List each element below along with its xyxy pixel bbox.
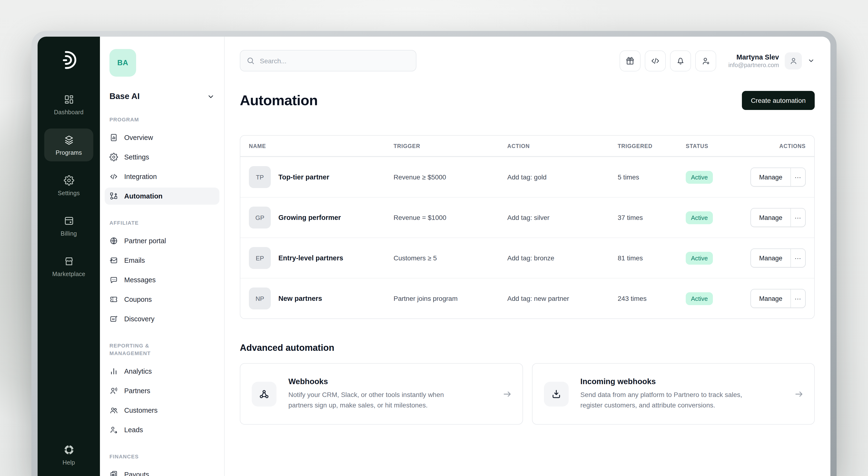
- sidebar-item-emails[interactable]: Emails: [105, 252, 219, 269]
- card-description: Notify your CRM, Slack, or other tools i…: [288, 390, 458, 411]
- manage-button[interactable]: Manage: [751, 289, 790, 307]
- chevron-down-icon: [207, 93, 215, 100]
- triggered-cell: 81 times: [618, 254, 686, 262]
- automation-name: Top-tier partner: [278, 173, 329, 181]
- table-row: NP New partners Partner joins program Ad…: [240, 278, 814, 319]
- manage-button[interactable]: Manage: [751, 208, 790, 227]
- invite-user-button[interactable]: [695, 50, 716, 71]
- automation-icon: [110, 192, 118, 200]
- status-badge: Active: [686, 292, 713, 305]
- svg-text:AI: AI: [112, 318, 115, 321]
- triggered-cell: 37 times: [618, 214, 686, 221]
- advanced-automation-heading: Advanced automation: [240, 343, 815, 353]
- program-avatar[interactable]: BA: [110, 49, 136, 77]
- rail-item-settings[interactable]: Settings: [44, 169, 93, 202]
- notifications-button[interactable]: [670, 50, 691, 71]
- column-header-actions: ACTIONS: [743, 143, 806, 149]
- automation-name: Growing performer: [278, 214, 341, 221]
- search-box: [240, 50, 416, 71]
- rail-item-help[interactable]: Help: [44, 438, 93, 471]
- rail-item-dashboard[interactable]: Dashboard: [44, 88, 93, 121]
- manage-button[interactable]: Manage: [751, 168, 790, 186]
- table-row: EP Entry-level partners Customers ≥ 5 Ad…: [240, 238, 814, 278]
- app-window-frame: Dashboard Programs Settings: [31, 31, 837, 476]
- action-cell: Add tag: bronze: [507, 254, 618, 262]
- nav-section-finances: Payouts: [110, 466, 215, 476]
- more-options-button[interactable]: ...: [790, 249, 805, 267]
- coupon-icon: [110, 295, 118, 304]
- more-options-button[interactable]: ...: [790, 168, 805, 186]
- more-options-button[interactable]: ...: [790, 289, 805, 307]
- rail-item-label: Programs: [56, 149, 82, 156]
- search-input[interactable]: [240, 50, 416, 71]
- overview-icon: [110, 133, 118, 142]
- table-header-row: NAME TRIGGER ACTION TRIGGERED STATUS ACT…: [240, 136, 814, 157]
- webhooks-card[interactable]: Webhooks Notify your CRM, Slack, or othe…: [240, 363, 523, 425]
- trigger-cell: Customers ≥ 5: [394, 254, 507, 262]
- incoming-webhooks-card[interactable]: Incoming webhooks Send data from any pla…: [532, 363, 815, 425]
- sidebar-item-partner-portal[interactable]: Partner portal: [105, 232, 219, 249]
- chevron-down-icon: [808, 57, 815, 64]
- create-automation-button[interactable]: Create automation: [742, 91, 815, 110]
- sidebar-item-payouts[interactable]: Payouts: [105, 466, 219, 476]
- triggered-cell: 243 times: [618, 295, 686, 302]
- sidebar-item-automation[interactable]: Automation: [105, 187, 219, 205]
- sidebar-item-partners[interactable]: Partners: [105, 382, 219, 399]
- sidebar-item-settings[interactable]: Settings: [105, 149, 219, 166]
- table-row: GP Growing performer Revenue = $1000 Add…: [240, 197, 814, 238]
- sidebar-item-leads[interactable]: Leads: [105, 421, 219, 438]
- card-title: Incoming webhooks: [580, 377, 750, 386]
- rail-item-label: Marketplace: [52, 271, 86, 277]
- rail-item-billing[interactable]: Billing: [44, 209, 93, 242]
- sidebar-item-messages[interactable]: Messages: [105, 271, 219, 289]
- sidebar-item-integration[interactable]: Integration: [105, 168, 219, 185]
- rail-item-programs[interactable]: Programs: [44, 128, 93, 161]
- user-email: info@partnero.com: [728, 62, 779, 68]
- row-actions: Manage ...: [750, 289, 806, 308]
- section-heading-finances: FINANCES: [110, 453, 181, 461]
- analytics-icon: [110, 367, 118, 376]
- sidebar-item-analytics[interactable]: Analytics: [105, 363, 219, 380]
- page-header: Automation Create automation: [240, 91, 815, 110]
- automation-name: Entry-level partners: [278, 254, 343, 262]
- dashboard-icon: [64, 94, 74, 105]
- manage-button[interactable]: Manage: [751, 249, 790, 267]
- main-nav-rail: Dashboard Programs Settings: [38, 37, 100, 476]
- status-badge: Active: [686, 211, 713, 224]
- table-row: TP Top-tier partner Revenue ≥ $5000 Add …: [240, 157, 814, 197]
- ai-discovery-icon: AI: [110, 315, 118, 323]
- incoming-webhook-icon: [551, 389, 561, 399]
- main-content: Martyna Slev info@partnero.com Automatio…: [225, 37, 830, 476]
- gift-icon: [625, 56, 634, 65]
- program-switcher[interactable]: Base AI: [110, 91, 215, 101]
- more-options-button[interactable]: ...: [790, 208, 805, 227]
- action-cell: Add tag: new partner: [507, 295, 618, 302]
- sidebar-item-coupons[interactable]: Coupons: [105, 291, 219, 308]
- status-badge: Active: [686, 251, 713, 264]
- programs-icon: [64, 135, 74, 145]
- partners-icon: [110, 387, 118, 395]
- user-menu[interactable]: Martyna Slev info@partnero.com: [728, 52, 815, 69]
- status-badge: Active: [686, 171, 713, 183]
- user-name: Martyna Slev: [728, 53, 779, 61]
- partnero-logo-icon: [58, 49, 80, 71]
- sidebar-item-overview[interactable]: Overview: [105, 129, 219, 146]
- arrow-right-icon: [794, 389, 804, 399]
- gift-button[interactable]: [619, 50, 640, 71]
- advanced-cards: Webhooks Notify your CRM, Slack, or othe…: [240, 363, 815, 425]
- rail-item-label: Help: [63, 459, 75, 466]
- code-icon: [650, 56, 660, 65]
- nav-section-program: Overview Settings Integration: [110, 129, 215, 205]
- webhook-icon-tile: [252, 382, 277, 406]
- automation-name: New partners: [278, 295, 322, 302]
- program-name: Base AI: [110, 91, 140, 101]
- row-actions: Manage ...: [750, 248, 806, 268]
- row-initials-avatar: GP: [249, 207, 271, 229]
- rail-item-marketplace[interactable]: Marketplace: [44, 250, 93, 283]
- action-cell: Add tag: silver: [507, 214, 618, 221]
- sidebar-item-discovery[interactable]: AI Discovery: [105, 310, 219, 327]
- nav-section-reporting: Analytics Partners Customers Leads: [110, 363, 215, 438]
- action-cell: Add tag: gold: [507, 173, 618, 181]
- sidebar-item-customers[interactable]: Customers: [105, 402, 219, 419]
- developer-button[interactable]: [645, 50, 665, 71]
